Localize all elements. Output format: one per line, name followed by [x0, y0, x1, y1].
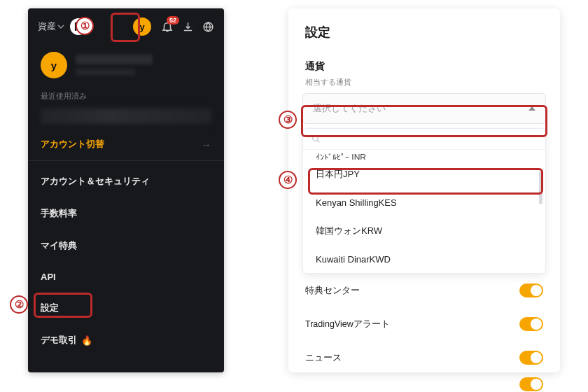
toggle-switch[interactable] [519, 377, 543, 391]
chevron-down-icon [57, 23, 64, 30]
dropdown-item-kes[interactable]: Kenyan ShillingKES [303, 189, 545, 216]
settings-panel: 設定 通貨 相当する通貨 選択してください ｲﾝﾄﾞﾙﾋﾟｰ INR 日本円JP… [288, 8, 560, 372]
search-icon [312, 134, 321, 144]
currency-heading: 通貨 [288, 48, 560, 74]
account-drawer: 資産 y 52 y [28, 8, 224, 372]
menu-rewards[interactable]: マイ特典 [28, 230, 224, 262]
recent-redacted [41, 108, 211, 124]
globe-icon[interactable] [202, 21, 214, 33]
dropdown-item-jpy[interactable]: 日本円JPY [303, 160, 545, 189]
chevron-right-icon: → [201, 139, 211, 150]
toggle-switch[interactable] [519, 351, 543, 365]
dropdown-item-kwd[interactable]: Kuwaiti DinarKWD [303, 246, 545, 273]
toggle-label: TradingViewアラート [305, 318, 390, 330]
marker-1: ① [76, 17, 94, 35]
avatar-letter: y [139, 22, 144, 32]
menu-account-security[interactable]: アカウント＆セキュリティ [28, 165, 224, 197]
userid-redacted [76, 69, 136, 76]
avatar-small[interactable]: y [133, 18, 151, 36]
menu-api[interactable]: API [28, 262, 224, 292]
notification-badge: 52 [167, 16, 179, 24]
triangle-up-icon [528, 106, 536, 111]
toggle-switch[interactable] [519, 317, 543, 331]
dropdown-item-clipped[interactable]: ｲﾝﾄﾞﾙﾋﾟｰ INR [303, 150, 545, 160]
marker-2: ② [10, 295, 28, 314]
recent-label: 最近使用済み [28, 83, 224, 106]
download-icon[interactable] [182, 21, 194, 33]
menu-fees[interactable]: 手数料率 [28, 197, 224, 230]
account-switcher-label: アカウント切替 [41, 138, 104, 150]
username-redacted [76, 55, 153, 64]
dropdown-search[interactable] [303, 129, 545, 150]
drawer-menu: アカウント＆セキュリティ 手数料率 マイ特典 API 設定 デモ取引 🔥 [28, 161, 224, 360]
currency-dropdown: ｲﾝﾄﾞﾙﾋﾟｰ INR 日本円JPY Kenyan ShillingKES 韓… [302, 128, 546, 274]
bell-icon[interactable]: 52 [161, 20, 174, 33]
scrollbar-thumb[interactable] [539, 171, 542, 204]
account-switcher[interactable]: アカウント切替 → [28, 131, 224, 161]
toggle-label: 特典センター [305, 285, 360, 297]
assets-dropdown[interactable]: 資産 [38, 20, 64, 33]
drawer-header: 資産 y 52 [28, 8, 224, 45]
toggle-switch[interactable] [519, 284, 543, 298]
currency-select[interactable]: 選択してください [302, 93, 546, 124]
marker-4: ④ [279, 171, 297, 189]
page-title: 設定 [288, 8, 560, 48]
toggle-row-rewards-center: 特典センター [288, 274, 560, 307]
flame-icon: 🔥 [81, 335, 92, 346]
profile-block[interactable]: y [28, 45, 224, 83]
toggle-label: ニュース [305, 352, 342, 364]
menu-demo-trading[interactable]: デモ取引 🔥 [28, 324, 224, 356]
assets-label: 資産 [38, 20, 56, 33]
toggle-row-partial [288, 374, 560, 392]
dropdown-item-krw[interactable]: 韓国ウォンKRW [303, 216, 545, 246]
svg-point-1 [313, 136, 318, 141]
menu-settings[interactable]: 設定 [28, 292, 224, 324]
marker-3: ③ [279, 111, 297, 129]
avatar-large: y [41, 52, 67, 78]
header-icon-group: 52 [161, 20, 214, 33]
toggle-row-tradingview: TradingViewアラート [288, 307, 560, 341]
currency-helper: 相当する通貨 [288, 74, 560, 93]
toggle-row-news: ニュース [288, 341, 560, 374]
select-placeholder: 選択してください [313, 102, 386, 115]
profile-text [76, 55, 153, 76]
